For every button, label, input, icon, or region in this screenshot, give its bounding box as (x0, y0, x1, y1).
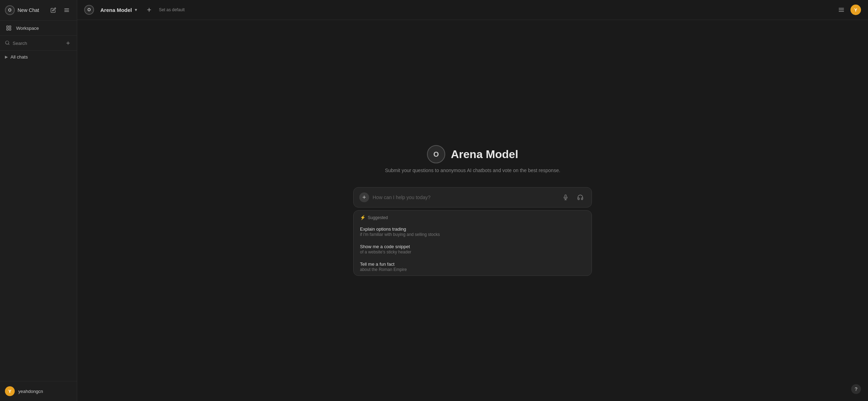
hero-logo-wrap: O Arena Model (427, 145, 518, 163)
edit-icon (51, 7, 56, 13)
mic-icon (563, 195, 568, 200)
suggestion-item-0[interactable]: Explain options trading if i'm familiar … (354, 223, 592, 240)
chevron-right-icon: ▶ (5, 55, 8, 59)
avatar: Y (5, 386, 15, 396)
sidebar-top-section: O New Chat (0, 0, 77, 21)
chat-input-container: + (353, 187, 592, 276)
settings-icon-button[interactable] (836, 4, 847, 15)
svg-rect-4 (9, 26, 11, 28)
bolt-icon: ⚡ (360, 215, 366, 220)
sidebar-top-icons (48, 5, 72, 15)
svg-rect-5 (7, 28, 8, 30)
suggestion-sub-2: about the Roman Empire (360, 267, 585, 272)
suggestions-container: ⚡ Suggested Explain options trading if i… (353, 210, 592, 276)
svg-line-8 (8, 43, 9, 45)
model-name-label: Arena Model (100, 7, 132, 13)
topbar-right: Y (836, 4, 861, 15)
sidebar: O New Chat (0, 0, 77, 401)
center-content: O Arena Model Submit your questions to a… (77, 20, 868, 401)
menu-icon-button[interactable] (61, 5, 72, 15)
svg-rect-3 (7, 26, 8, 28)
hero-section: O Arena Model Submit your questions to a… (385, 145, 560, 173)
suggestion-main-0: Explain options trading (360, 226, 585, 232)
all-chats-item[interactable]: ▶ All chats (0, 51, 77, 63)
menu-icon (64, 7, 69, 13)
settings-icon (838, 7, 844, 13)
suggestion-sub-1: of a website's sticky header (360, 250, 585, 254)
topbar-left: O Arena Model ▼ Set as default (84, 5, 186, 15)
suggestion-sub-0: if i'm familiar with buying and selling … (360, 232, 585, 237)
workspace-icon (5, 24, 13, 32)
suggestions-header: ⚡ Suggested (354, 211, 592, 223)
hero-title: Arena Model (451, 148, 518, 161)
hero-logo: O (427, 145, 445, 163)
chat-input-box: + (353, 187, 592, 208)
plus-icon (146, 7, 152, 13)
main-content: O Arena Model ▼ Set as default Y (77, 0, 868, 401)
search-bar[interactable]: Search (0, 36, 77, 51)
help-button[interactable]: ? (851, 384, 861, 394)
user-profile-section[interactable]: Y yeahdongcn (0, 381, 77, 401)
suggestion-main-2: Tell me a fun fact (360, 261, 585, 267)
search-label: Search (13, 41, 61, 46)
edit-icon-button[interactable] (48, 5, 59, 15)
mic-button[interactable] (560, 192, 571, 203)
search-add-button[interactable] (64, 39, 72, 47)
model-name-button[interactable]: Arena Model ▼ (98, 6, 141, 14)
chevron-down-icon: ▼ (134, 8, 138, 12)
new-chat-label: New Chat (18, 7, 39, 13)
sidebar-logo: O (5, 5, 15, 15)
username-label: yeahdongcn (18, 389, 43, 394)
suggestions-title: Suggested (368, 215, 388, 220)
suggestion-main-1: Show me a code snippet (360, 244, 585, 249)
topbar-arena-logo: O (84, 5, 94, 15)
svg-rect-6 (9, 28, 11, 30)
hero-subtitle: Submit your questions to anonymous AI ch… (385, 168, 560, 173)
suggestion-item-1[interactable]: Show me a code snippet of a website's st… (354, 240, 592, 258)
topbar-user-avatar[interactable]: Y (850, 5, 861, 15)
workspace-label: Workspace (16, 26, 39, 31)
all-chats-label: All chats (11, 54, 28, 60)
audio-button[interactable] (575, 192, 586, 203)
chat-input[interactable] (373, 195, 556, 200)
new-chat-button[interactable]: O New Chat (5, 5, 48, 15)
workspace-item[interactable]: Workspace (0, 21, 77, 36)
set-as-default-label: Set as default (158, 7, 186, 12)
topbar-add-button[interactable] (144, 5, 154, 15)
plus-icon (66, 41, 71, 46)
headphone-icon (577, 194, 583, 200)
topbar: O Arena Model ▼ Set as default Y (77, 0, 868, 20)
chat-attach-button[interactable]: + (359, 192, 369, 202)
search-icon (5, 40, 10, 46)
suggestion-item-2[interactable]: Tell me a fun fact about the Roman Empir… (354, 258, 592, 276)
